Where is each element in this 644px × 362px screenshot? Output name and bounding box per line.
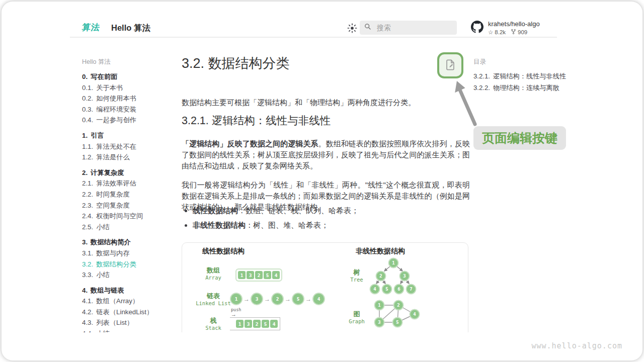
push-arrow-icon: → xyxy=(231,312,236,316)
hello-algo-logo-icon[interactable]: 算法 xyxy=(81,22,101,33)
github-repo-link[interactable]: krahets/hello-algo ☆ 8.2k 909 xyxy=(471,20,540,36)
sidebar-item-2-5[interactable]: 2.5.小结 xyxy=(82,222,178,233)
sidebar-item-0-1[interactable]: 0.1.关于本书 xyxy=(82,82,178,94)
svg-text:3: 3 xyxy=(403,274,406,279)
paragraph-logic-structure: 「逻辑结构」反映了数据之间的逻辑关系。数组和链表的数据按照顺序依次排列，反映了数… xyxy=(182,138,470,171)
sidebar-item-4-3[interactable]: 4.3.列表（List） xyxy=(82,317,178,328)
arrow-right-icon: → xyxy=(264,296,270,303)
theme-toggle-button[interactable] xyxy=(347,23,358,34)
arrow-right-icon: → xyxy=(285,296,291,303)
header-divider xyxy=(70,37,557,38)
arrow-right-icon: → xyxy=(305,296,311,303)
array-label-zh: 数组 xyxy=(201,266,226,275)
structure-list: 线性数据结构：数组、链表、栈、队列、哈希表； 非线性数据结构：树、图、堆、哈希表… xyxy=(182,205,359,234)
intro-paragraph: 数据结构主要可根据「逻辑结构」和「物理结构」两种角度进行分类。 xyxy=(182,98,416,108)
toc-title: 目录 xyxy=(473,58,584,66)
data-structure-figure: 线性数据结构 非线性数据结构 数组 Array 1 3 2 5 4 链表 Lin… xyxy=(182,242,468,332)
sidebar-item-3-2-active[interactable]: 3.2.数据结构分类 xyxy=(82,259,178,270)
sidebar-item-2-4[interactable]: 2.4.权衡时间与空间 xyxy=(82,211,178,222)
sidebar-item-1-2[interactable]: 1.2.算法是什么 xyxy=(82,152,178,163)
graph-diagram: 1 2 4 3 5 xyxy=(363,299,424,330)
sidebar-item-2-2[interactable]: 2.2.时间复杂度 xyxy=(82,189,178,200)
svg-text:5: 5 xyxy=(396,320,398,325)
sidebar-item-4-2[interactable]: 4.2.链表（LinkedList） xyxy=(82,307,178,318)
svg-text:4: 4 xyxy=(373,287,376,292)
svg-text:4: 4 xyxy=(413,312,416,317)
search-input[interactable] xyxy=(376,23,448,32)
star-count: 8.2k xyxy=(495,29,506,35)
figure-linear-title: 线性数据结构 xyxy=(202,247,245,256)
svg-text:2: 2 xyxy=(379,274,382,279)
svg-text:7: 7 xyxy=(410,287,412,292)
fork-count: 909 xyxy=(518,29,527,35)
sidebar-item-0-3[interactable]: 0.3.编程环境安装 xyxy=(82,104,178,115)
stack-label-en: Stack xyxy=(201,325,226,331)
site-title[interactable]: Hello 算法 xyxy=(111,23,150,34)
toc-panel: 目录 3.2.1.逻辑结构：线性与非线性 3.2.2.物理结构：连续与离散 xyxy=(473,58,584,94)
svg-text:5: 5 xyxy=(385,287,388,292)
tree-label-zh: 树 xyxy=(348,268,366,277)
page-title: 3.2. 数据结构分类 xyxy=(182,54,290,72)
search-icon xyxy=(364,23,372,33)
sidebar-item-4-1[interactable]: 4.1.数组（Array） xyxy=(82,296,178,307)
linked-list-diagram: 1→ 3→ 2→ 5→ 4 xyxy=(230,293,325,305)
toc-item-physical[interactable]: 3.2.2.物理结构：连续与离散 xyxy=(473,82,584,94)
fork-icon xyxy=(511,29,516,36)
annotation-label: 页面编辑按键 xyxy=(473,126,566,150)
sidebar-item-0[interactable]: 0.写在前面 xyxy=(82,71,178,82)
svg-text:3: 3 xyxy=(378,320,380,325)
stack-label-zh: 栈 xyxy=(201,316,226,325)
svg-text:6: 6 xyxy=(397,287,400,292)
sidebar-root-link[interactable]: Hello 算法 xyxy=(82,58,178,66)
page-card: 算法 Hello 算法 xyxy=(2,2,642,360)
page-edit-button[interactable] xyxy=(437,52,463,78)
svg-text:1: 1 xyxy=(392,260,394,265)
sidebar-item-2[interactable]: 2.计算复杂度 xyxy=(82,167,178,178)
arrow-right-icon: → xyxy=(244,296,250,303)
list-item-nonlinear: 非线性数据结构：树、图、堆、哈希表； xyxy=(193,220,359,231)
array-diagram: 1 3 2 5 4 xyxy=(235,268,282,282)
watermark: www.hello-algo.com xyxy=(531,341,622,350)
stack-diagram: 1 3 2 5 4 xyxy=(230,317,280,330)
viewport-clip: 算法 Hello 算法 xyxy=(2,2,642,332)
toc-item-logic[interactable]: 3.2.1.逻辑结构：线性与非线性 xyxy=(473,71,584,82)
sidebar-item-3-1[interactable]: 3.1.数据与内存 xyxy=(82,248,178,259)
svg-text:2: 2 xyxy=(397,303,399,308)
repo-name: krahets/hello-algo xyxy=(488,20,540,28)
linked-list-label-en: Linked List xyxy=(191,300,236,306)
figure-nonlinear-title: 非线性数据结构 xyxy=(356,247,405,256)
sidebar-item-4[interactable]: 4.数组与链表 xyxy=(82,285,178,296)
sidebar-item-1[interactable]: 1.引言 xyxy=(82,130,178,141)
sidebar-item-3[interactable]: 3.数据结构简介 xyxy=(82,237,178,248)
array-label-en: Array xyxy=(201,275,226,281)
tree-diagram: 1 2 3 4 5 6 7 xyxy=(364,257,421,297)
sidebar-item-4-4[interactable]: 4.4.小结 xyxy=(82,328,178,332)
sidebar-nav: Hello 算法 0.写在前面 0.1.关于本书 0.2.如何使用本书 0.3.… xyxy=(82,58,178,332)
sidebar-item-0-4[interactable]: 0.4.一起参与创作 xyxy=(82,115,178,126)
brightness-icon xyxy=(347,28,358,35)
linked-list-label-zh: 链表 xyxy=(201,292,226,301)
section-heading: 3.2.1. 逻辑结构：线性与非线性 xyxy=(182,113,331,128)
sidebar-item-2-1[interactable]: 2.1.算法效率评估 xyxy=(82,178,178,189)
sidebar-item-0-2[interactable]: 0.2.如何使用本书 xyxy=(82,93,178,104)
svg-text:1: 1 xyxy=(378,303,380,308)
github-icon xyxy=(471,21,484,35)
file-edit-icon xyxy=(444,58,457,73)
sidebar-item-2-3[interactable]: 2.3.空间复杂度 xyxy=(82,200,178,211)
list-item-linear: 线性数据结构：数组、链表、栈、队列、哈希表； xyxy=(193,205,359,216)
sidebar-item-3-3[interactable]: 3.3.小结 xyxy=(82,269,178,281)
star-icon: ☆ xyxy=(488,29,493,36)
sidebar-item-1-1[interactable]: 1.1.算法无处不在 xyxy=(82,141,178,152)
search-box[interactable] xyxy=(360,21,457,35)
